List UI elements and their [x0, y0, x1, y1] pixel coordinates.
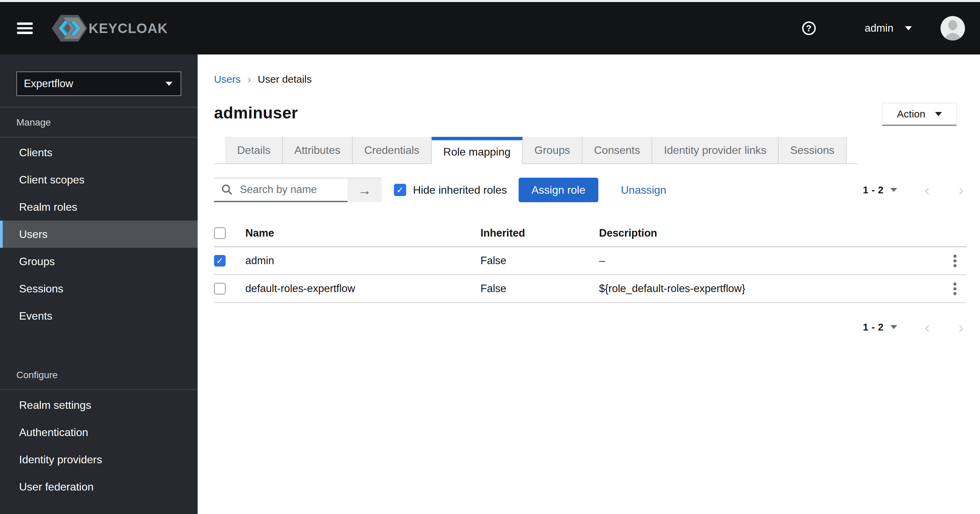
chevron-right-icon: [247, 73, 251, 85]
search-group: [214, 178, 382, 202]
tab-consents[interactable]: Consents: [582, 137, 652, 164]
search-input[interactable]: [239, 183, 348, 197]
assign-role-button[interactable]: Assign role: [519, 178, 598, 202]
column-header-inherited: Inherited: [480, 227, 599, 239]
pagination-bottom: 1 - 2: [863, 319, 964, 335]
user-menu[interactable]: admin: [865, 22, 912, 34]
page-title: adminuser: [214, 103, 298, 123]
masthead: KEYCLOAK admin: [0, 2, 980, 54]
pagination-next-icon[interactable]: [959, 182, 964, 198]
realm-name: Expertflow: [24, 78, 73, 90]
breadcrumb: Users User details: [214, 73, 966, 85]
avatar[interactable]: [940, 16, 965, 41]
brand-text: KEYCLOAK: [89, 21, 168, 36]
tab-groups[interactable]: Groups: [523, 137, 582, 164]
role-mapping-table: NameInheritedDescriptionadminFalse–defau…: [214, 220, 966, 303]
caret-down-icon: [165, 82, 172, 86]
sidebar-nav: ManageClientsClient scopesRealm rolesUse…: [0, 108, 197, 500]
table-row-admin: adminFalse–: [214, 247, 966, 275]
unassign-link[interactable]: Unassign: [621, 184, 666, 197]
pagination-prev-icon[interactable]: [924, 319, 929, 335]
sidebar-item-client-scopes[interactable]: Client scopes: [0, 166, 197, 194]
hide-inherited-label: Hide inherited roles: [413, 184, 507, 197]
hide-inherited-roles-toggle[interactable]: Hide inherited roles: [394, 184, 507, 197]
role-name-cell: admin: [245, 255, 480, 267]
sidebar-item-realm-roles[interactable]: Realm roles: [0, 194, 197, 221]
help-icon[interactable]: [802, 21, 816, 35]
sidebar-item-realm-settings[interactable]: Realm settings: [0, 392, 197, 419]
tab-attributes[interactable]: Attributes: [283, 137, 353, 164]
sidebar-item-user-federation[interactable]: User federation: [0, 473, 197, 500]
sidebar-item-identity-providers[interactable]: Identity providers: [0, 446, 197, 473]
toolbar: Hide inherited roles Assign role Unassig…: [214, 178, 966, 202]
row-checkbox[interactable]: [214, 255, 226, 267]
breadcrumb-current: User details: [258, 73, 312, 85]
sidebar-item-authentication[interactable]: Authentication: [0, 419, 197, 446]
tab-details[interactable]: Details: [225, 137, 283, 164]
role-name-cell: default-roles-expertflow: [245, 282, 480, 295]
nav-section-title-manage: Manage: [0, 108, 197, 138]
search-icon: [221, 184, 232, 195]
hamburger-menu-icon[interactable]: [17, 22, 33, 34]
pagination-top: 1 - 2: [863, 182, 964, 198]
pagination-next-icon[interactable]: [959, 319, 964, 335]
kebab-menu-icon[interactable]: [951, 252, 959, 270]
tabs: DetailsAttributesCredentialsRole mapping…: [214, 137, 966, 164]
pagination-range: 1 - 2: [863, 322, 884, 333]
column-header-name: Name: [245, 227, 480, 239]
kebab-menu-icon[interactable]: [951, 280, 959, 298]
row-checkbox[interactable]: [214, 283, 226, 294]
tab-credentials[interactable]: Credentials: [353, 137, 432, 164]
tab-role-mapping[interactable]: Role mapping: [432, 137, 523, 164]
realm-block: Expertflow: [0, 54, 197, 108]
description-cell: ${role_default-roles-expertflow}: [599, 282, 943, 295]
action-label: Action: [897, 108, 925, 120]
username: admin: [865, 22, 893, 34]
pagination-caret-down-icon[interactable]: [890, 325, 897, 329]
tab-sessions[interactable]: Sessions: [779, 137, 847, 164]
hide-inherited-checkbox[interactable]: [394, 184, 406, 196]
sidebar: Expertflow ManageClientsClient scopesRea…: [0, 54, 197, 514]
nav-section-title-configure: Configure: [0, 360, 197, 390]
keycloak-hexagon-icon: [52, 13, 87, 44]
search-submit-button[interactable]: [348, 178, 382, 202]
action-dropdown-button[interactable]: Action: [882, 103, 957, 126]
inherited-cell: False: [480, 255, 599, 267]
sidebar-item-users[interactable]: Users: [0, 221, 197, 248]
sidebar-item-groups[interactable]: Groups: [0, 248, 197, 275]
description-cell: –: [599, 255, 943, 267]
table-row-default-roles-expertflow: default-roles-expertflowFalse${role_defa…: [214, 275, 966, 303]
select-all-checkbox[interactable]: [214, 227, 226, 239]
pagination-caret-down-icon[interactable]: [890, 188, 897, 192]
inherited-cell: False: [480, 282, 599, 295]
caret-down-icon: [935, 112, 942, 116]
column-header-description: Description: [599, 227, 943, 239]
tab-identity-provider-links[interactable]: Identity provider links: [652, 137, 779, 164]
main-content: Users User details adminuser Action Deta…: [197, 54, 980, 514]
sidebar-item-sessions[interactable]: Sessions: [0, 275, 197, 302]
pagination-range: 1 - 2: [863, 184, 884, 196]
caret-down-icon: [905, 26, 912, 30]
table-header-row: NameInheritedDescription: [214, 220, 966, 247]
sidebar-item-events[interactable]: Events: [0, 302, 197, 330]
pagination-prev-icon[interactable]: [924, 182, 929, 198]
keycloak-logo: KEYCLOAK: [52, 13, 168, 44]
sidebar-item-clients[interactable]: Clients: [0, 139, 197, 166]
realm-selector[interactable]: Expertflow: [16, 71, 181, 96]
breadcrumb-link-users[interactable]: Users: [214, 73, 240, 85]
